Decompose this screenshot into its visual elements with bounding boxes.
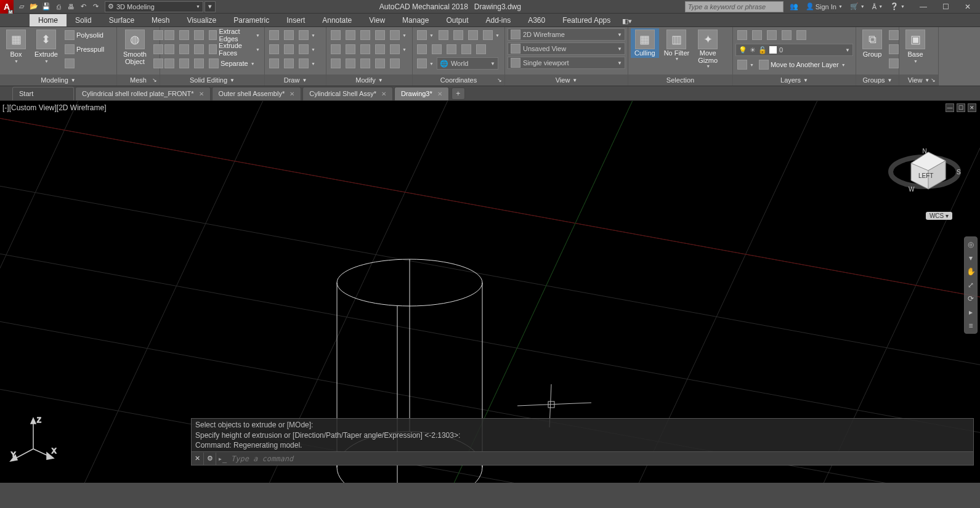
- culling-button[interactable]: ▦ Culling: [631, 28, 659, 58]
- file-tab-3[interactable]: Cylindrical Shell Assy*✕: [302, 87, 393, 100]
- workspace-selector[interactable]: ⚙ 3D Modeling ▼: [105, 1, 203, 12]
- nav-more-icon[interactable]: ≡: [966, 321, 976, 331]
- group-bbox-button[interactable]: [887, 57, 901, 70]
- ucs-b4[interactable]: [460, 42, 473, 56]
- stretch-button[interactable]: [329, 57, 342, 70]
- showmotion-icon[interactable]: ▸: [966, 307, 976, 317]
- help-icon[interactable]: ❔▼: [888, 1, 907, 12]
- copy-button[interactable]: [329, 42, 342, 56]
- move-button[interactable]: [329, 28, 342, 42]
- new-tab-button[interactable]: +: [452, 87, 465, 100]
- panel-title-groups[interactable]: Groups▼: [856, 75, 899, 86]
- mod-b5[interactable]: ▼: [388, 42, 408, 56]
- mirror-button[interactable]: [373, 28, 387, 42]
- extract-edges-button[interactable]: Extract Edges▼: [207, 28, 262, 42]
- open-icon[interactable]: 📂: [28, 1, 39, 12]
- tab-view[interactable]: View: [360, 14, 394, 26]
- command-input[interactable]: [229, 454, 973, 463]
- explode-button[interactable]: [373, 42, 387, 56]
- close-button[interactable]: ✕: [960, 1, 975, 12]
- filter-button[interactable]: ▥ No Filter ▼: [660, 28, 694, 62]
- panel-title-modeling[interactable]: Modeling▼: [0, 75, 116, 86]
- plot-icon[interactable]: 🖶: [65, 1, 76, 12]
- tab-insert[interactable]: Insert: [278, 14, 314, 26]
- save-icon[interactable]: 💾: [41, 1, 52, 12]
- se-b2[interactable]: [177, 42, 191, 56]
- tab-home[interactable]: Home: [30, 14, 67, 26]
- fillet-button[interactable]: [358, 42, 372, 56]
- file-tab-2[interactable]: Outer shell Assembly*✕: [212, 87, 302, 100]
- redo-icon[interactable]: ↷: [90, 1, 101, 12]
- ribbon-panel-cycle-icon[interactable]: ◧▾: [622, 15, 633, 26]
- group-button[interactable]: ⧉ Group: [859, 28, 886, 59]
- mod-a5[interactable]: ▼: [388, 28, 408, 42]
- vp-maximize-button[interactable]: ☐: [957, 103, 965, 112]
- new-icon[interactable]: ▱: [16, 1, 27, 12]
- se-b1[interactable]: [163, 42, 176, 56]
- wcs-badge[interactable]: WCS ▾: [926, 212, 952, 220]
- hatch-button[interactable]: ▼: [297, 57, 317, 70]
- se-a1[interactable]: [163, 28, 176, 42]
- visual-style-combo[interactable]: 2D Wireframe▼: [508, 28, 625, 41]
- panel-title-view2[interactable]: View▼↘: [899, 75, 938, 86]
- stayconnected-icon[interactable]: Å▼: [870, 1, 885, 12]
- cmd-close-button[interactable]: ✕: [192, 453, 204, 465]
- exchange-icon[interactable]: 🛒▼: [848, 1, 867, 12]
- orbit-icon[interactable]: ⟳: [966, 294, 976, 304]
- saved-view-combo[interactable]: Unsaved View▼: [508, 42, 625, 55]
- close-tab-icon[interactable]: ✕: [381, 91, 386, 97]
- layer-unlock-button[interactable]: [780, 28, 793, 42]
- layer-unhide-button[interactable]: [750, 28, 764, 42]
- nav-dropdown-icon[interactable]: ▾: [966, 253, 976, 263]
- maximize-button[interactable]: ☐: [938, 1, 953, 12]
- arc2-button[interactable]: ▼: [297, 42, 317, 56]
- ucs-b1[interactable]: [415, 42, 429, 56]
- separate-button[interactable]: Separate▼: [207, 57, 262, 70]
- solid-history-button[interactable]: [63, 57, 106, 70]
- line-button[interactable]: [267, 28, 281, 42]
- layer-current-combo[interactable]: 💡☀🔓0▼: [735, 44, 853, 56]
- model-viewport[interactable]: [-][Custom View][2D Wireframe] — ☐ ✕: [0, 101, 980, 483]
- tab-annotate[interactable]: Annotate: [314, 14, 360, 26]
- tab-manage[interactable]: Manage: [394, 14, 437, 26]
- file-tab-start[interactable]: Start: [12, 87, 74, 100]
- close-tab-icon[interactable]: ✕: [199, 91, 204, 97]
- pan-icon[interactable]: ✋: [966, 267, 976, 276]
- infocenter-icon[interactable]: 👥: [787, 1, 801, 12]
- se-a2[interactable]: [177, 28, 191, 42]
- erase-button[interactable]: [373, 57, 387, 70]
- vp-minimize-button[interactable]: —: [946, 103, 954, 112]
- panel-title-modify[interactable]: Modify▼: [326, 75, 412, 86]
- viewport-config-combo[interactable]: Single viewport▼: [508, 57, 625, 69]
- tab-solid[interactable]: Solid: [67, 14, 100, 26]
- smooth-object-button[interactable]: ◍ Smooth Object: [119, 28, 150, 67]
- layer-iso-button[interactable]: [735, 28, 749, 42]
- tab-surface[interactable]: Surface: [100, 14, 143, 26]
- signin-button[interactable]: 👤 Sign In ▼: [803, 1, 845, 12]
- tab-featured-apps[interactable]: Featured Apps: [554, 14, 619, 26]
- move-to-layer-button[interactable]: Move to Another Layer▼: [757, 58, 853, 71]
- saveas-icon[interactable]: ⎙: [53, 1, 64, 12]
- cmd-options-button[interactable]: ⚙: [204, 453, 216, 465]
- ucs-b5[interactable]: [474, 42, 488, 56]
- minimize-button[interactable]: —: [916, 1, 931, 12]
- close-tab-icon[interactable]: ✕: [437, 91, 442, 97]
- zoom-extents-icon[interactable]: ⤢: [966, 280, 976, 290]
- qat-dropdown-icon[interactable]: ▾: [205, 1, 216, 12]
- tab-a360[interactable]: A360: [519, 14, 554, 26]
- file-tab-1[interactable]: Cylindrical shell rolled plate_FRONT*✕: [75, 87, 211, 100]
- ucs-a5[interactable]: ▼: [481, 28, 501, 42]
- ungroup-button[interactable]: [887, 28, 901, 42]
- tab-output[interactable]: Output: [437, 14, 477, 26]
- array-button[interactable]: [358, 57, 372, 70]
- extrude-button[interactable]: ⬍ Extrude ▼: [31, 28, 62, 65]
- undo-icon[interactable]: ↶: [78, 1, 89, 12]
- polyline-button[interactable]: [282, 28, 296, 42]
- rotate-button[interactable]: [344, 28, 357, 42]
- ucs-b3[interactable]: [445, 42, 458, 56]
- circle-button[interactable]: ▼: [297, 28, 317, 42]
- extrude-faces-button[interactable]: Extrude Faces▼: [207, 42, 262, 56]
- ucs-a1[interactable]: ▼: [415, 28, 435, 42]
- box-button[interactable]: ▦ Box ▼: [2, 28, 30, 65]
- help-search-input[interactable]: Type a keyword or phrase: [685, 1, 784, 12]
